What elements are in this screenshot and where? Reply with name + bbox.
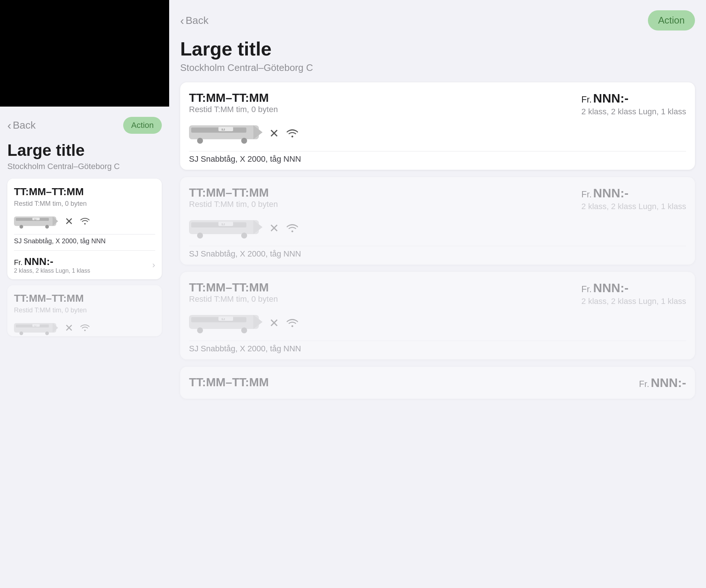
right-card-2-wifi-icon [286, 222, 299, 234]
left-card-1-wifi-icon [80, 215, 90, 227]
right-card-1-wifi-icon [286, 128, 299, 139]
right-card-2-rest-info: Restid T:MM tim, 0 byten [189, 200, 278, 209]
right-card-3-wifi-icon [286, 317, 299, 329]
right-card-3-dining-icon: ✕ [269, 316, 279, 330]
right-card-1-price: NNN:- [593, 91, 628, 105]
right-card-2-inner: TT:MM–TT:MM Restid T:MM tim, 0 byten Fr.… [189, 186, 686, 265]
right-card-2-price-area: Fr. NNN:- [581, 186, 686, 200]
left-card-1-price-fr: Fr. [14, 258, 22, 266]
left-back-chevron-icon: ‹ [7, 119, 11, 131]
right-card-2-top-left: TT:MM–TT:MM Restid T:MM tim, 0 byten [189, 186, 278, 215]
left-card-1-time: TT:MM–TT:MM [14, 186, 84, 198]
right-train-card-3[interactable]: TT:MM–TT:MM Restid T:MM tim, 0 byten Fr.… [180, 272, 695, 359]
left-card-1-price: NNN:- [24, 256, 53, 267]
right-nav-bar: ‹ Back Action [180, 0, 695, 34]
right-card-1-rest-info: Restid T:MM tim, 0 byten [189, 105, 278, 114]
right-card-4-top-left: TT:MM–TT:MM [189, 376, 269, 389]
right-card-2-train-image: SJ [189, 215, 263, 241]
left-card-2-train-row: SJ ✕ [14, 319, 155, 336]
right-card-1-classes: 2 klass, 2 klass Lugn, 1 klass [581, 107, 686, 116]
right-card-3-price-area: Fr. NNN:- [581, 281, 686, 295]
right-card-3-rest-info: Restid T:MM tim, 0 byten [189, 294, 278, 304]
left-back-label: Back [13, 119, 36, 131]
svg-point-11 [45, 331, 49, 335]
right-card-4-price-fr: Fr. [639, 379, 649, 389]
left-card-2-top-row: TT:MM–TT:MM [14, 293, 155, 304]
right-action-button[interactable]: Action [648, 10, 695, 31]
right-card-3-inner: TT:MM–TT:MM Restid T:MM tim, 0 byten Fr.… [189, 281, 686, 359]
svg-rect-33 [218, 316, 233, 321]
right-card-1-price-fr: Fr. [581, 94, 592, 105]
right-card-2-price-fr: Fr. [581, 189, 592, 200]
right-back-button[interactable]: ‹ Back [180, 15, 208, 26]
right-card-2-dining-icon: ✕ [269, 221, 279, 235]
right-card-3-top-right: Fr. NNN:- 2 klass, 2 klass Lugn, 1 klass [581, 281, 686, 306]
left-card-1-classes: 2 klass, 2 klass Lugn, 1 klass [14, 268, 90, 274]
right-card-1-price-area: Fr. NNN:- [581, 91, 686, 105]
left-train-card-1[interactable]: TT:MM–TT:MM Restid T:MM tim, 0 byten SJ … [7, 179, 162, 279]
right-card-1-train-image: SJ [189, 120, 263, 147]
left-card-1-dining-icon: ✕ [65, 215, 73, 227]
right-card-4-top: TT:MM–TT:MM Fr. NNN:- [189, 376, 686, 390]
left-card-1-rest-info: Restid T:MM tim, 0 byten [14, 200, 155, 208]
left-card-1-train-name: SJ Snabbtåg, X 2000, tåg NNN [14, 234, 155, 250]
left-card-2-dining-icon: ✕ [65, 322, 73, 334]
right-card-3-price-fr: Fr. [581, 284, 592, 294]
svg-point-24 [197, 233, 203, 239]
svg-rect-19 [218, 127, 233, 131]
left-subtitle: Stockholm Central–Göteborg C [7, 162, 162, 171]
right-card-1-top-right: Fr. NNN:- 2 klass, 2 klass Lugn, 1 klass [581, 91, 686, 116]
right-large-title: Large title [180, 38, 695, 60]
right-card-3-top: TT:MM–TT:MM Restid T:MM tim, 0 byten Fr.… [189, 281, 686, 310]
left-train-card-2[interactable]: TT:MM–TT:MM Restid T:MM tim, 0 byten SJ … [7, 285, 162, 336]
right-subtitle: Stockholm Central–Göteborg C [180, 62, 695, 74]
right-card-1-train-row: SJ ✕ [189, 120, 686, 147]
right-card-3-top-left: TT:MM–TT:MM Restid T:MM tim, 0 byten [189, 281, 278, 310]
right-card-2-price: NNN:- [593, 186, 628, 200]
svg-point-31 [197, 327, 203, 333]
svg-text:SJ: SJ [221, 128, 225, 131]
svg-point-25 [241, 233, 247, 239]
right-card-3-price: NNN:- [593, 281, 628, 295]
right-train-card-4[interactable]: TT:MM–TT:MM Fr. NNN:- [180, 367, 695, 399]
right-back-label: Back [186, 15, 208, 26]
svg-text:SJ: SJ [34, 218, 36, 220]
left-action-button[interactable]: Action [123, 117, 162, 134]
left-panel: ‹ Back Action Large title Stockholm Cent… [0, 0, 169, 588]
right-card-3-train-row: SJ ✕ [189, 310, 686, 336]
right-card-4-price: NNN:- [651, 376, 686, 390]
svg-text:SJ: SJ [34, 325, 36, 327]
left-large-title: Large title [7, 141, 162, 159]
right-card-2-top-right: Fr. NNN:- 2 klass, 2 klass Lugn, 1 klass [581, 186, 686, 211]
left-card-2-rest-info: Restid T:MM tim, 0 byten [14, 306, 155, 314]
left-card-2-time: TT:MM–TT:MM [14, 293, 84, 304]
right-card-4-top-right: Fr. NNN:- [639, 376, 686, 390]
right-back-chevron-icon: ‹ [180, 15, 184, 26]
right-card-1-train-name: SJ Snabbtåg, X 2000, tåg NNN [189, 151, 686, 170]
svg-point-10 [19, 331, 23, 335]
left-card-1-chevron-icon: › [152, 260, 155, 270]
left-card-1-bottom-row[interactable]: Fr. NNN:- 2 klass, 2 klass Lugn, 1 klass… [14, 250, 155, 279]
svg-point-32 [241, 327, 247, 333]
right-card-3-time: TT:MM–TT:MM [189, 281, 278, 294]
right-card-2-time: TT:MM–TT:MM [189, 186, 278, 200]
left-card-1-top-row: TT:MM–TT:MM [14, 186, 155, 198]
svg-point-17 [197, 138, 203, 144]
svg-point-18 [241, 138, 247, 144]
svg-point-3 [19, 225, 23, 229]
svg-rect-26 [218, 222, 233, 226]
left-card-2-wifi-icon [80, 322, 90, 334]
svg-point-4 [45, 225, 49, 229]
right-card-2-classes: 2 klass, 2 klass Lugn, 1 klass [581, 202, 686, 211]
svg-text:SJ: SJ [221, 223, 225, 226]
right-card-1-top-left: TT:MM–TT:MM Restid T:MM tim, 0 byten [189, 91, 278, 120]
right-train-card-2[interactable]: TT:MM–TT:MM Restid T:MM tim, 0 byten Fr.… [180, 177, 695, 265]
right-train-card-1[interactable]: TT:MM–TT:MM Restid T:MM tim, 0 byten Fr.… [180, 82, 695, 170]
right-card-3-classes: 2 klass, 2 klass Lugn, 1 klass [581, 297, 686, 306]
right-card-1-dining-icon: ✕ [269, 126, 279, 140]
left-black-top [0, 0, 169, 107]
right-card-2-top: TT:MM–TT:MM Restid T:MM tim, 0 byten Fr.… [189, 186, 686, 215]
left-back-button[interactable]: ‹ Back [7, 119, 36, 131]
left-content: ‹ Back Action Large title Stockholm Cent… [0, 107, 169, 336]
right-card-3-train-name: SJ Snabbtåg, X 2000, tåg NNN [189, 341, 686, 359]
